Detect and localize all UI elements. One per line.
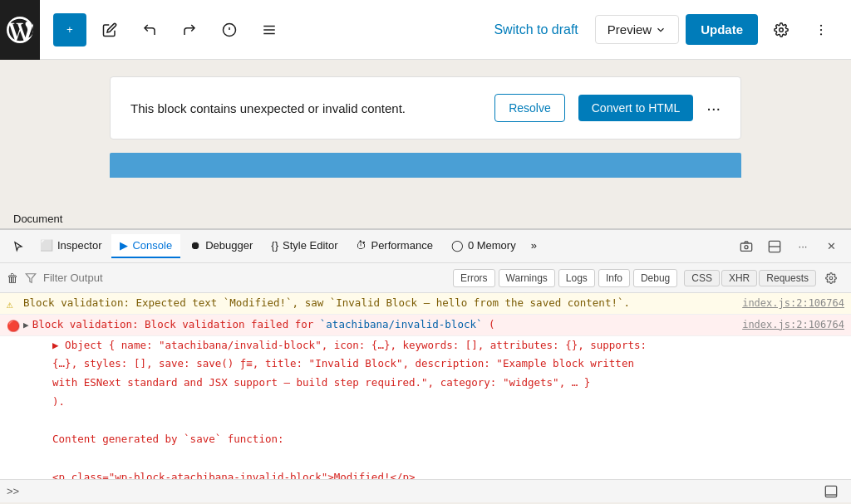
chip-debug[interactable]: Debug <box>633 269 677 287</box>
filter-icon <box>25 272 37 284</box>
error-link[interactable]: index.js:2:106764 <box>742 317 844 332</box>
add-icon: + <box>66 23 73 36</box>
error-expandable: ▶ Block validation: Block validation fai… <box>23 317 729 333</box>
memory-icon: ◯ <box>451 239 464 252</box>
devtools-collapse-button[interactable]: >> <box>7 485 19 497</box>
console-output: ⚠ Block validation: Expected text `Modif… <box>0 293 851 479</box>
block-error-message: This block contains unexpected or invali… <box>130 101 481 115</box>
tab-style-editor[interactable]: {} Style Editor <box>263 234 346 258</box>
tab-inspector[interactable]: ⬜ Inspector <box>32 234 110 258</box>
svg-point-6 <box>780 27 784 32</box>
devtools-panel: ⬜ Inspector ▶ Console ⏺ Debugger {} Styl… <box>0 228 851 502</box>
svg-point-7 <box>820 24 822 26</box>
style-editor-icon: {} <box>271 239 278 252</box>
console-label: Console <box>132 239 172 252</box>
devtools-close-button[interactable]: ✕ <box>818 233 844 260</box>
debugger-icon: ⏺ <box>190 239 201 252</box>
document-label: Document <box>0 209 851 228</box>
settings-button[interactable] <box>765 13 798 46</box>
chip-css[interactable]: CSS <box>684 270 720 286</box>
css-xhr-bar: CSS XHR Requests <box>684 265 844 291</box>
error-sub-6: Content generated by `save` function: <box>0 430 851 449</box>
more-options-button[interactable] <box>804 13 838 46</box>
inspector-icon: ⬜ <box>40 239 53 252</box>
tab-memory[interactable]: ◯ 0 Memory <box>443 234 524 258</box>
devtools-more-button[interactable]: ··· <box>790 233 816 260</box>
error-sub-8: <p class="wp-block-atachibana-invalid-bl… <box>0 468 851 479</box>
tab-more[interactable]: » <box>526 236 542 257</box>
block-error-more-button[interactable]: ··· <box>706 99 721 118</box>
performance-icon: ⏱ <box>356 239 366 252</box>
info-button[interactable] <box>213 13 246 46</box>
error-sub-4: ). <box>0 393 851 412</box>
warn-message: Block validation: Expected text `Modifie… <box>23 296 729 311</box>
update-button[interactable]: Update <box>686 14 758 45</box>
chip-errors[interactable]: Errors <box>453 269 495 287</box>
chip-info[interactable]: Info <box>598 269 630 287</box>
wp-logo-icon <box>7 17 33 43</box>
warn-link[interactable]: index.js:2:106764 <box>742 296 844 311</box>
redo-button[interactable] <box>173 13 206 46</box>
svg-rect-10 <box>740 243 751 251</box>
undo-button[interactable] <box>133 13 166 46</box>
console-row-warn: ⚠ Block validation: Expected text `Modif… <box>0 293 851 315</box>
tab-performance[interactable]: ⏱ Performance <box>347 234 440 258</box>
svg-rect-16 <box>825 486 836 497</box>
wp-logo <box>0 0 40 60</box>
edit-button[interactable] <box>93 13 126 46</box>
inspector-label: Inspector <box>57 239 101 252</box>
clear-console-button[interactable]: 🗑 <box>7 272 18 285</box>
switch-to-draft-button[interactable]: Switch to draft <box>484 16 588 44</box>
filter-input[interactable] <box>43 272 446 284</box>
svg-marker-14 <box>26 273 36 282</box>
error-sub-5 <box>0 412 851 431</box>
performance-label: Performance <box>371 239 432 252</box>
convert-to-html-button[interactable]: Convert to HTML <box>578 95 694 121</box>
memory-label: 0 Memory <box>468 239 516 252</box>
error-sub-7 <box>0 449 851 468</box>
chip-logs[interactable]: Logs <box>558 269 595 287</box>
toolbar: + Switch to draft Preview Update <box>0 0 851 60</box>
console-settings-button[interactable] <box>818 265 844 291</box>
chip-warnings[interactable]: Warnings <box>499 269 555 287</box>
expand-triangle[interactable]: ▶ <box>23 319 29 333</box>
block-preview-bar <box>110 153 741 178</box>
resolve-button[interactable]: Resolve <box>494 94 565 122</box>
svg-point-9 <box>820 33 822 35</box>
tab-console[interactable]: ▶ Console <box>111 234 180 258</box>
error-icon: 🔴 <box>7 318 20 335</box>
list-view-button[interactable] <box>253 13 286 46</box>
devtools-tabs-bar: ⬜ Inspector ▶ Console ⏺ Debugger {} Styl… <box>0 230 851 263</box>
warn-icon: ⚠ <box>7 296 13 313</box>
devtools-drawer-button[interactable] <box>818 478 844 505</box>
console-row-error: 🔴 ▶ Block validation: Block validation f… <box>0 315 851 336</box>
debugger-label: Debugger <box>205 239 253 252</box>
svg-point-11 <box>745 245 748 248</box>
error-sub-2: {…}, styles: [], save: save() ƒ≡, title:… <box>0 355 851 374</box>
console-icon: ▶ <box>120 239 128 252</box>
svg-point-15 <box>829 276 833 280</box>
chip-xhr[interactable]: XHR <box>721 270 757 286</box>
svg-point-8 <box>820 28 822 30</box>
devtools-bottom-bar: >> <box>0 479 851 502</box>
devtools-cursor-button[interactable] <box>7 235 30 258</box>
main-content: This block contains unexpected or invali… <box>0 60 851 209</box>
block-error-box: This block contains unexpected or invali… <box>110 76 741 139</box>
split-console-button[interactable] <box>761 233 788 260</box>
error-main-text: Block validation: Block validation faile… <box>32 317 730 333</box>
add-block-button[interactable]: + <box>53 13 86 46</box>
preview-label: Preview <box>608 22 652 37</box>
style-editor-label: Style Editor <box>283 239 337 252</box>
chip-requests[interactable]: Requests <box>759 270 816 286</box>
error-sub-1: ▶ Object { name: "atachibana/invalid-blo… <box>0 336 851 355</box>
filter-chips: Errors Warnings Logs Info Debug <box>453 269 677 287</box>
tab-debugger[interactable]: ⏺ Debugger <box>182 234 261 258</box>
devtools-filter-bar: 🗑 Errors Warnings Logs Info Debug CSS XH… <box>0 263 851 293</box>
error-sub-3: with ESNext standard and JSX support — b… <box>0 374 851 393</box>
screenshot-button[interactable] <box>733 233 760 260</box>
preview-button[interactable]: Preview <box>595 15 679 44</box>
